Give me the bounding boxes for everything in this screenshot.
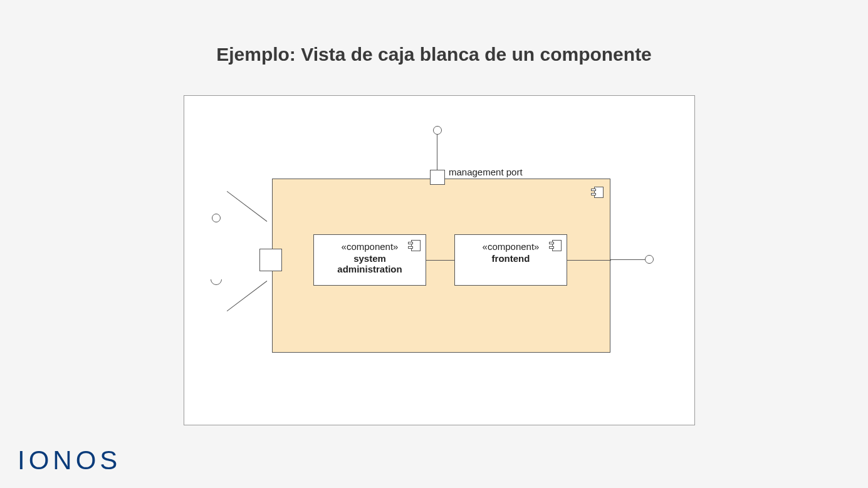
component-icon: [408, 240, 421, 251]
component-icon: [549, 240, 562, 251]
connector-left-lower: [227, 281, 267, 311]
port-management: [430, 170, 445, 185]
stereotype-label: «component»: [464, 241, 558, 252]
connector-b-right: [567, 260, 611, 261]
provided-interface-top: [433, 126, 442, 135]
connector-a-b: [426, 260, 454, 261]
component-name: frontend: [464, 253, 558, 264]
connector-left-upper: [227, 191, 267, 222]
port-left: [259, 249, 282, 271]
provided-interface-left: [212, 214, 221, 222]
component-name: system administration: [323, 253, 417, 274]
component-icon: [591, 187, 604, 198]
component-frontend: «component» frontend: [454, 234, 567, 286]
component-container: «component» system administration «compo…: [272, 179, 610, 353]
port-label-management: management port: [449, 167, 523, 177]
brand-logo: IONOS: [18, 445, 121, 475]
connector-top-vertical: [437, 133, 437, 170]
component-system-administration: «component» system administration: [313, 234, 426, 286]
provided-interface-right: [645, 255, 654, 264]
required-interface-left: [208, 271, 224, 287]
diagram-canvas: «component» system administration «compo…: [184, 95, 695, 425]
diagram-title: Ejemplo: Vista de caja blanca de un comp…: [0, 44, 868, 65]
stereotype-label: «component»: [323, 241, 417, 252]
